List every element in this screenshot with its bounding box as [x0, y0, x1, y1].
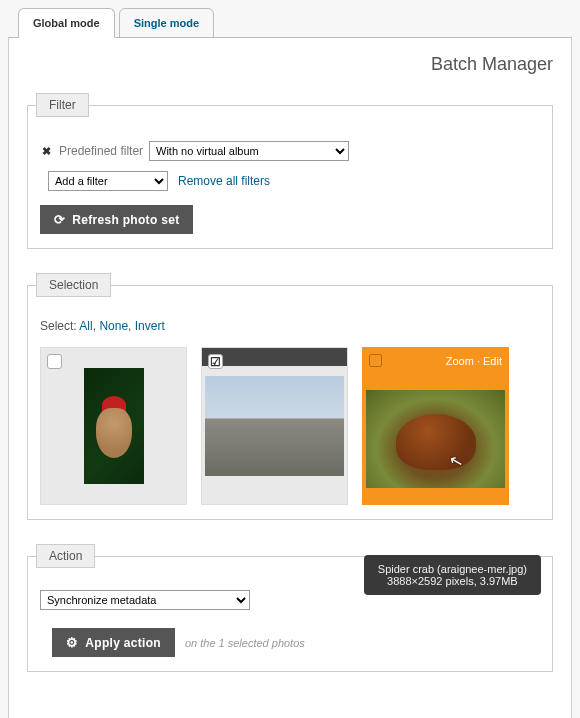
filter-fieldset: Filter ✖ Predefined filter With no virtu…	[27, 93, 553, 249]
remove-filter-icon[interactable]: ✖	[40, 145, 53, 158]
page-title: Batch Manager	[27, 54, 553, 75]
apply-note: on the 1 selected photos	[185, 637, 305, 649]
thumbnail-image	[366, 390, 505, 488]
select-all-link[interactable]: All	[79, 319, 92, 333]
refresh-icon: ⟳	[54, 212, 65, 227]
predefined-filter-label: Predefined filter	[59, 144, 143, 158]
tab-global-mode[interactable]: Global mode	[18, 8, 115, 38]
thumbnail-image	[205, 376, 344, 476]
apply-action-button[interactable]: ⚙ Apply action	[52, 628, 175, 657]
thumbnail-image	[84, 368, 144, 484]
thumbnail-checkbox[interactable]	[369, 354, 382, 367]
gear-icon: ⚙	[66, 635, 78, 650]
thumbnail-title-bar	[202, 348, 347, 366]
tooltip-meta: 3888×2592 pixels, 3.97MB	[378, 575, 527, 587]
thumbnail-item[interactable]: Zoom · Edit ↖	[362, 347, 509, 505]
predefined-filter-select[interactable]: With no virtual album	[149, 141, 349, 161]
thumbnail-checkbox[interactable]: ☑	[208, 354, 223, 369]
thumbnail-checkbox[interactable]	[47, 354, 62, 369]
apply-label: Apply action	[85, 636, 161, 650]
filter-legend: Filter	[36, 93, 89, 117]
thumbnail-tooltip: Spider crab (araignee-mer.jpg) 3888×2592…	[364, 555, 541, 595]
action-legend: Action	[36, 544, 95, 568]
add-filter-select[interactable]: Add a filter	[48, 171, 168, 191]
select-invert-link[interactable]: Invert	[135, 319, 165, 333]
select-none-link[interactable]: None	[99, 319, 128, 333]
select-label: Select:	[40, 319, 77, 333]
action-select[interactable]: Synchronize metadata	[40, 590, 250, 610]
thumbnail-item[interactable]	[40, 347, 187, 505]
tab-single-mode[interactable]: Single mode	[119, 8, 214, 38]
refresh-photo-set-button[interactable]: ⟳ Refresh photo set	[40, 205, 193, 234]
selection-fieldset: Selection Select: All, None, Invert ☑	[27, 273, 553, 520]
refresh-label: Refresh photo set	[72, 213, 179, 227]
edit-link[interactable]: Edit	[483, 355, 502, 367]
zoom-link[interactable]: Zoom	[446, 355, 474, 367]
selection-legend: Selection	[36, 273, 111, 297]
tooltip-filename: Spider crab (araignee-mer.jpg)	[378, 563, 527, 575]
remove-all-filters-link[interactable]: Remove all filters	[178, 174, 270, 188]
thumbnail-item[interactable]: ☑	[201, 347, 348, 505]
